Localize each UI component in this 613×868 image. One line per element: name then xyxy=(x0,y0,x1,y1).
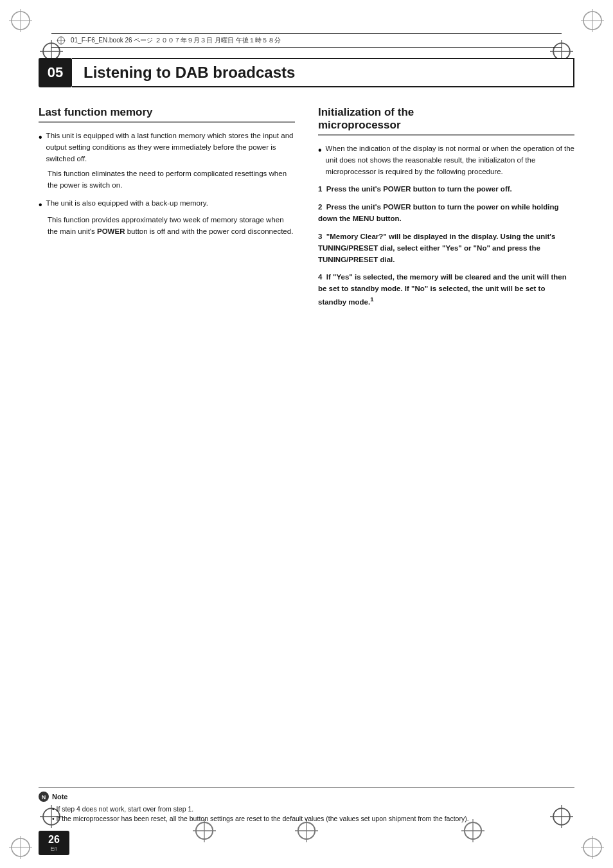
left-column: Last function memory • This unit is equi… xyxy=(39,106,295,315)
reg-mark-tl xyxy=(9,9,32,32)
right-bullet-dot: • xyxy=(318,145,322,177)
left-bullet-1: • This unit is equipped with a last func… xyxy=(39,130,295,164)
page-number: 26 xyxy=(48,834,60,846)
bullet-dot-2: • xyxy=(39,199,42,211)
note-label: Note xyxy=(52,793,67,801)
right-intro-bullet: • When the indication of the display is … xyxy=(318,143,574,177)
note-item-1: • If step 4 does not work, start over fr… xyxy=(39,804,574,815)
step-1-number: 1 xyxy=(318,185,322,193)
step-4-number: 4 xyxy=(318,273,322,281)
right-intro-text: When the indication of the display is no… xyxy=(326,143,574,177)
note-icon: N xyxy=(39,792,49,802)
left-section-title: Last function memory xyxy=(39,106,295,123)
step-3-text: 3 "Memory Clear?" will be displayed in t… xyxy=(318,231,574,265)
file-info-text: 01_F-F6_EN.book 26 ページ ２００７年９月３日 月曜日 午後１… xyxy=(71,36,281,45)
step-2-text: 2 Press the unit's POWER button to turn … xyxy=(318,202,574,225)
steps-container: 1 Press the unit's POWER button to turn … xyxy=(318,184,574,308)
reg-mark-tr xyxy=(581,9,604,32)
page: 01_F-F6_EN.book 26 ページ ２００７年９月３日 月曜日 午後１… xyxy=(0,0,613,868)
page-lang: En xyxy=(50,846,57,852)
step-2: 2 Press the unit's POWER button to turn … xyxy=(318,202,574,225)
step-4-text: 4 If "Yes" is selected, the memory will … xyxy=(318,272,574,308)
main-content: Last function memory • This unit is equi… xyxy=(39,106,574,784)
chapter-number: 05 xyxy=(39,58,72,87)
left-indent-para-1: This function eliminates the need to per… xyxy=(39,168,295,191)
note-header: N Note xyxy=(39,792,574,802)
reg-mark-bl xyxy=(9,836,32,859)
page-number-box: 26 En xyxy=(39,831,69,855)
chapter-title-area: Listening to DAB broadcasts xyxy=(72,58,574,87)
left-bullet-2-text: The unit is also equipped with a back-up… xyxy=(46,198,295,211)
right-column: Initialization of themicroprocessor • Wh… xyxy=(318,106,574,315)
file-crosshair-icon xyxy=(57,36,66,45)
note-section: N Note • If step 4 does not work, start … xyxy=(39,787,574,825)
step-1: 1 Press the unit's POWER button to turn … xyxy=(318,184,574,195)
step-4: 4 If "Yes" is selected, the memory will … xyxy=(318,272,574,308)
step-3-number: 3 xyxy=(318,233,322,240)
step-2-number: 2 xyxy=(318,203,322,211)
file-info-bar: 01_F-F6_EN.book 26 ページ ２００７年９月３日 月曜日 午後１… xyxy=(51,33,562,48)
left-indent-para-2: This function provides approximately two… xyxy=(39,215,295,238)
right-section-title: Initialization of themicroprocessor xyxy=(318,106,574,136)
two-column-layout: Last function memory • This unit is equi… xyxy=(39,106,574,315)
left-bullet-2: • The unit is also equipped with a back-… xyxy=(39,198,295,211)
step-1-text: 1 Press the unit's POWER button to turn … xyxy=(318,184,574,195)
chapter-title: Listening to DAB broadcasts xyxy=(84,64,295,82)
svg-text:N: N xyxy=(42,794,46,801)
reg-mark-br xyxy=(581,836,604,859)
chapter-header: 05 Listening to DAB broadcasts xyxy=(39,58,574,87)
left-bullet-1-text: This unit is equipped with a last functi… xyxy=(46,130,295,164)
note-item-2: • If the microprocessor has been reset, … xyxy=(39,814,574,824)
bullet-dot-1: • xyxy=(39,132,42,164)
step-3: 3 "Memory Clear?" will be displayed in t… xyxy=(318,231,574,265)
